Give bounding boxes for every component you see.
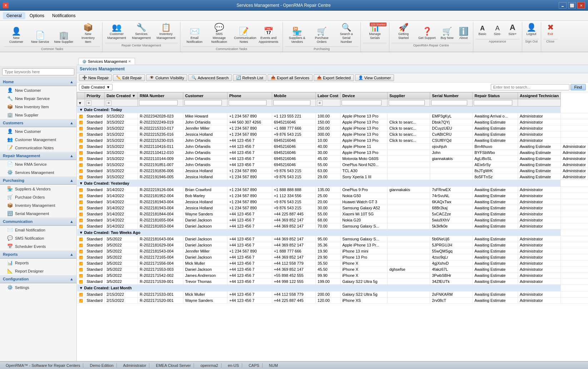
filter-phone-input[interactable] xyxy=(229,100,266,105)
sidebar-services-management[interactable]: ⚙️Services Management xyxy=(0,168,76,176)
filter-serial[interactable] xyxy=(430,99,473,106)
sidebar-comm-notes[interactable]: 📝Communication Notes xyxy=(0,144,76,152)
new-repair-btn[interactable]: ➕ New Repair xyxy=(79,74,112,81)
purchase-orders-ribbon-btn[interactable]: 🛒 Purchase Orders xyxy=(310,26,334,45)
table-row[interactable]: 📶Standard3/5/2022R-2022172165-004Daniel … xyxy=(77,254,588,260)
advanced-search-btn[interactable]: 🔍 Advanced Search xyxy=(188,74,232,81)
table-row[interactable]: 📶Standard3/15/2022R-2022215235-016Jessic… xyxy=(77,131,588,138)
sidebar-new-repair-service[interactable]: 🔧New Repair Service xyxy=(0,94,76,103)
sidebar-repair-mgmt-header[interactable]: Repair Management▲ xyxy=(0,152,76,160)
table-row[interactable]: 📶Standard3/5/2022R-2022171556-004Mick Mu… xyxy=(77,260,588,266)
table-row[interactable]: 📶Standard3/5/2022R-2022181629-004Daniel … xyxy=(77,242,588,248)
sms-notification-ribbon-btn[interactable]: 💬 SMS Message Notification xyxy=(207,22,231,45)
search-serial-ribbon-btn[interactable]: 🔍 Search a Serial Number xyxy=(334,22,358,45)
sidebar-new-customer-home[interactable]: 👤New Customer xyxy=(0,86,76,94)
about-ribbon-btn[interactable]: ℹ️ About xyxy=(457,26,471,41)
view-customer-btn[interactable]: 👤 View Customer xyxy=(355,74,394,81)
find-button[interactable]: Find xyxy=(570,84,586,90)
filter-status-input[interactable] xyxy=(474,100,512,105)
close-button[interactable]: ✕ xyxy=(577,2,585,9)
minimize-button[interactable]: 🗕 xyxy=(559,2,567,9)
col-device[interactable]: Device xyxy=(340,93,388,99)
filter-device[interactable] xyxy=(340,99,388,106)
filter-rma-input[interactable] xyxy=(139,100,178,105)
sidebar-serial-management[interactable]: 🔢Serial Management xyxy=(0,209,76,218)
table-row[interactable]: 📶Standard3/14/2022R-2022181943-004Jessic… xyxy=(77,205,588,211)
buy-now-ribbon-btn[interactable]: 🛒 Buy Now xyxy=(439,26,456,41)
inventory-mgmt-ribbon-btn[interactable]: 📋 Inventory Management xyxy=(154,22,178,41)
sidebar-sms-notification[interactable]: 💬SMS Notification xyxy=(0,234,76,242)
table-row[interactable]: 📶Standard3/15/2022R-2022110144-009John O… xyxy=(77,156,588,162)
sidebar-settings[interactable]: ⚙️Settings xyxy=(0,283,76,291)
table-row[interactable]: 📶Standard3/5/2022R-2022181543-004Jennife… xyxy=(77,248,588,254)
edit-repair-btn[interactable]: ✏️ Edit Repair xyxy=(113,74,145,81)
sidebar-search-input[interactable] xyxy=(2,68,74,75)
new-supplier-ribbon-btn[interactable]: 🏢 New Supplier xyxy=(52,30,76,45)
menu-general[interactable]: General xyxy=(3,12,25,19)
search-text-input[interactable] xyxy=(491,84,569,90)
tab-services-management[interactable]: ⚙️ Services Management ✕ xyxy=(78,58,135,65)
sidebar-new-customer[interactable]: 👤New Customer xyxy=(0,127,76,135)
table-row[interactable]: 📶Standard3/14/2022R-2022219126-004Brian … xyxy=(77,187,588,193)
filter-supplier[interactable] xyxy=(387,99,430,106)
col-priority[interactable]: Priority xyxy=(85,93,105,99)
sidebar-purchasing-header[interactable]: Purchasing▲ xyxy=(0,176,76,185)
services-mgmt-ribbon-btn[interactable]: 🔧 Services Management xyxy=(129,22,153,41)
col-supplier[interactable]: Supplier xyxy=(387,93,430,99)
col-rma-number[interactable]: RMA Number xyxy=(138,93,183,99)
sidebar-reports[interactable]: 📊Reports xyxy=(0,259,76,267)
getting-started-ribbon-btn[interactable]: 🚀 Getting Started xyxy=(392,22,415,41)
get-support-ribbon-btn[interactable]: ❓ Get Support xyxy=(416,26,438,41)
table-row[interactable]: 📶Standard2/15/2022R-2022171533-001Mick M… xyxy=(77,291,588,298)
table-row[interactable]: 📶Standard3/14/2022R-2022181653-004Daniel… xyxy=(77,223,588,229)
table-row[interactable]: 📶Standard3/15/2022R-2022342028-023Mike H… xyxy=(77,113,588,119)
export-all-btn[interactable]: 📤 Export all Services xyxy=(268,74,313,81)
table-row[interactable]: 📶Standard3/15/2022R-2022191851-007John O… xyxy=(77,162,588,168)
email-notification-ribbon-btn[interactable]: ✉️ Email Notification xyxy=(183,26,206,45)
table-row[interactable]: 📶Standard3/5/2022R-2022171542-002James A… xyxy=(77,273,588,279)
new-inventory-item-ribbon-btn[interactable]: 📦 New Inventory Item xyxy=(76,22,100,45)
group-expand-icon[interactable]: ▼ xyxy=(79,230,84,235)
filter-mobile-input[interactable] xyxy=(273,100,310,105)
menu-options[interactable]: Options xyxy=(26,12,48,19)
date-filter-dropdown[interactable]: Date Created ▼ xyxy=(79,84,113,90)
table-row[interactable]: 📶Standard3/15/2022R-2022110416-011John O… xyxy=(77,144,588,150)
table-row[interactable]: 📶Standard3/5/2022R-2022171539-001Trevor … xyxy=(77,279,588,285)
sidebar-comm-header[interactable]: Communication▲ xyxy=(0,218,76,226)
col-mobile[interactable]: Mobile xyxy=(272,93,315,99)
table-row[interactable]: 📶Standard3/15/2022R-2022191836-006Jessic… xyxy=(77,168,588,174)
col-customer[interactable]: Customer xyxy=(183,93,228,99)
new-service-ribbon-btn[interactable]: 📄 New Service xyxy=(29,30,51,45)
col-labor-cost[interactable]: Labor Cost xyxy=(316,93,340,99)
manage-serials-ribbon-btn[interactable]: 📊 Manage Serials 123 Started xyxy=(363,22,387,41)
filter-device-input[interactable] xyxy=(342,100,382,105)
table-row[interactable]: 📶Standard2/15/2022R-2022171520-001Wayne … xyxy=(77,298,588,304)
table-row[interactable]: 📶Standard3/14/2022R-2022181655-004Daniel… xyxy=(77,217,588,223)
sidebar-new-rma-service[interactable]: 📄New RMA Service xyxy=(0,160,76,168)
sidebar-new-inventory-item[interactable]: 📦New Inventory Item xyxy=(0,103,76,111)
new-customer-ribbon-btn[interactable]: 👤 New Customer xyxy=(4,26,28,45)
sidebar-report-designer[interactable]: 📐Report Designer xyxy=(0,267,76,275)
col-phone[interactable]: Phone xyxy=(227,93,272,99)
sidebar-suppliers-vendors[interactable]: 🏪Suppliers & Vendors xyxy=(0,185,76,193)
tab-close-btn[interactable]: ✕ xyxy=(128,60,131,63)
table-row[interactable]: 📶Standard3/15/2022R-2022110412-010John O… xyxy=(77,150,588,156)
filter-serial-input[interactable] xyxy=(431,100,467,105)
size-plus-btn[interactable]: A Size+ xyxy=(505,22,520,38)
exit-ribbon-btn[interactable]: ✖ Exit xyxy=(543,22,558,38)
sidebar-scheduler-events[interactable]: 📅Scheduler Events xyxy=(0,242,76,250)
sidebar-customer-management[interactable]: 👥Customer Management xyxy=(0,135,76,144)
group-expand-icon[interactable]: ▼ xyxy=(79,181,84,185)
customer-mgmt-ribbon-btn[interactable]: 👥 Customer Management xyxy=(105,22,129,41)
group-expand-icon[interactable]: ▼ xyxy=(79,286,84,290)
sidebar-config-header[interactable]: Configuration▲ xyxy=(0,275,76,283)
table-row[interactable]: 📶Standard3/14/2022R-2022181943-004Jessic… xyxy=(77,199,588,205)
table-row[interactable]: 📶Standard3/15/2022R-2022322249-019John O… xyxy=(77,119,588,125)
restore-button[interactable]: ⬜ xyxy=(568,2,576,9)
sidebar-new-supplier[interactable]: 🏢New Supplier xyxy=(0,111,76,119)
sidebar-customers-header[interactable]: Customers▲ xyxy=(0,119,76,127)
table-row[interactable]: 📶Standard3/15/2022R-2022215310-017Jennif… xyxy=(77,125,588,131)
filter-customer-input[interactable] xyxy=(184,100,222,105)
menu-notifications[interactable]: Notifications xyxy=(49,12,79,19)
refresh-list-btn[interactable]: 🔄 Refresh List xyxy=(233,74,266,81)
